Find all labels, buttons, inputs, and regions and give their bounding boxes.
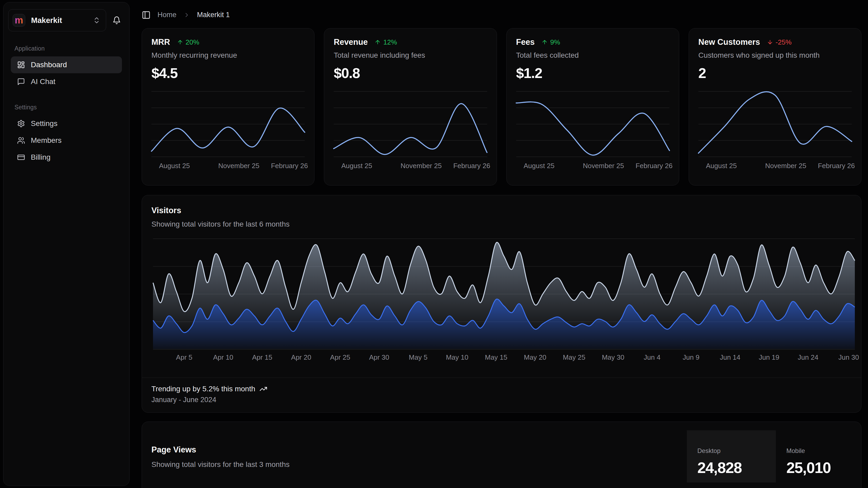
stat-change-value: 20% — [186, 38, 199, 47]
x-axis-tick: Apr 25 — [330, 353, 350, 362]
x-axis-tick: Jun 24 — [798, 353, 818, 362]
stat-label: Mobile — [786, 447, 861, 455]
stat-card-mrr: MRR20%Monthly recurring revenue$4.5Augus… — [142, 28, 314, 185]
stat-card-header: Fees9% — [516, 37, 670, 47]
chevron-right-icon — [183, 11, 190, 19]
x-axis-tick: August 25 — [706, 162, 737, 170]
visitors-date-range: January - June 2024 — [151, 396, 852, 404]
x-axis-tick: August 25 — [341, 162, 372, 170]
visitors-area-chart — [153, 238, 855, 349]
stat-card-value: $4.5 — [151, 65, 305, 81]
sidebar-item-label: Members — [31, 136, 62, 145]
x-axis-tick: Jun 30 — [838, 353, 859, 362]
x-axis-tick: February 26 — [453, 162, 490, 170]
stat-change-badge: 20% — [177, 38, 199, 47]
stat-card-description: Total revenue including fees — [334, 51, 487, 60]
visitors-footer: Trending up by 5.2% this month January -… — [142, 378, 861, 412]
sidebar-item-members[interactable]: Members — [11, 132, 122, 149]
stat-card-value: 2 — [699, 65, 852, 81]
x-axis-tick: February 26 — [271, 162, 308, 170]
workspace-logo: m — [13, 14, 25, 27]
x-axis-tick: May 15 — [485, 353, 507, 362]
workspace-name: Makerkit — [31, 16, 62, 25]
layout-dashboard-icon — [17, 61, 25, 69]
arrow-up-icon — [374, 39, 381, 45]
stat-card-title: MRR — [151, 37, 170, 47]
stat-chart-x-axis: August 25November 25February 26 — [516, 162, 670, 171]
sidebar-item-label: Dashboard — [31, 61, 67, 69]
notifications-button[interactable] — [109, 12, 125, 28]
sidebar-toggle-button[interactable] — [142, 10, 151, 20]
main-content: Home Makerkit 1 MRR20%Monthly recurring … — [142, 0, 861, 488]
stat-label: Desktop — [698, 447, 776, 455]
visitors-trend-text: Trending up by 5.2% this month — [151, 385, 255, 393]
page-views-stat-mobile[interactable]: Mobile25,010 — [776, 430, 861, 483]
x-axis-tick: February 26 — [818, 162, 855, 170]
stat-card-description: Customers who signed up this month — [699, 51, 852, 60]
visitors-x-axis: Apr 5Apr 10Apr 15Apr 20Apr 25Apr 30May 5… — [153, 353, 855, 363]
stat-cards-row: MRR20%Monthly recurring revenue$4.5Augus… — [142, 28, 861, 185]
stat-chart-x-axis: August 25November 25February 26 — [334, 162, 487, 171]
sidebar-item-label: AI Chat — [31, 78, 55, 86]
x-axis-tick: Jun 19 — [759, 353, 779, 362]
stat-card-value: $0.8 — [334, 65, 487, 81]
stat-card-revenue: Revenue12%Total revenue including fees$0… — [324, 28, 497, 185]
stat-card-fees: Fees9%Total fees collected$1.2August 25N… — [506, 28, 679, 185]
x-axis-tick: May 10 — [446, 353, 468, 362]
x-axis-tick: Jun 14 — [720, 353, 740, 362]
chart-gridline — [153, 349, 855, 350]
sidebar-item-billing[interactable]: Billing — [11, 149, 122, 166]
credit-card-icon — [17, 153, 25, 161]
breadcrumb-home[interactable]: Home — [157, 11, 177, 19]
stat-sparkline-chart — [334, 91, 487, 156]
stat-sparkline-chart — [699, 91, 852, 156]
stat-change-value: 12% — [383, 38, 397, 47]
arrow-up-icon — [177, 39, 183, 45]
page-views-description: Showing total visitors for the last 3 mo… — [151, 460, 289, 469]
x-axis-tick: February 26 — [636, 162, 672, 170]
page-views-title: Page Views — [151, 445, 289, 455]
x-axis-tick: November 25 — [583, 162, 624, 170]
sidebar: m Makerkit ApplicationDashboardAI ChatSe… — [3, 2, 130, 486]
sidebar-item-dashboard[interactable]: Dashboard — [11, 56, 122, 73]
users-icon — [17, 137, 25, 144]
arrow-up-icon — [541, 39, 548, 45]
x-axis-tick: Apr 20 — [291, 353, 311, 362]
stat-change-badge: -25% — [767, 38, 792, 47]
x-axis-tick: Apr 30 — [369, 353, 389, 362]
stat-chart-x-axis: August 25November 25February 26 — [151, 162, 305, 171]
panel-left-icon — [142, 10, 151, 20]
stat-card-title: Revenue — [334, 37, 368, 47]
bell-icon — [113, 16, 121, 25]
arrow-down-icon — [767, 39, 773, 45]
stat-card-title: New Customers — [699, 37, 760, 47]
stat-change-value: 9% — [550, 38, 560, 47]
trending-up-icon — [259, 385, 267, 393]
page-views-header: Page Views Showing total visitors for th… — [151, 445, 289, 469]
stat-change-value: -25% — [776, 38, 792, 47]
chart-gridline — [151, 156, 305, 157]
x-axis-tick: Jun 9 — [683, 353, 700, 362]
x-axis-tick: Apr 10 — [213, 353, 233, 362]
stat-card-header: New Customers-25% — [699, 37, 852, 47]
stat-change-badge: 9% — [541, 38, 560, 47]
page-views-card: Page Views Showing total visitors for th… — [142, 422, 861, 488]
stat-card-header: MRR20% — [151, 37, 305, 47]
stat-card-value: $1.2 — [516, 65, 670, 81]
stat-card-description: Monthly recurring revenue — [151, 51, 305, 60]
nav-section-label: Application — [14, 45, 122, 52]
stat-change-badge: 12% — [374, 38, 397, 47]
sidebar-item-ai-chat[interactable]: AI Chat — [11, 73, 122, 90]
visitors-title: Visitors — [151, 206, 852, 215]
x-axis-tick: November 25 — [218, 162, 259, 170]
stat-card-description: Total fees collected — [516, 51, 670, 60]
x-axis-tick: November 25 — [765, 162, 806, 170]
x-axis-tick: May 20 — [524, 353, 546, 362]
chart-gridline — [699, 156, 852, 157]
sidebar-item-settings[interactable]: Settings — [11, 115, 122, 132]
stat-sparkline-chart — [151, 91, 305, 156]
stat-value: 25,010 — [786, 459, 861, 477]
workspace-selector[interactable]: m Makerkit — [8, 9, 106, 31]
message-square-icon — [17, 78, 25, 86]
page-views-stat-desktop[interactable]: Desktop24,828 — [687, 430, 776, 483]
